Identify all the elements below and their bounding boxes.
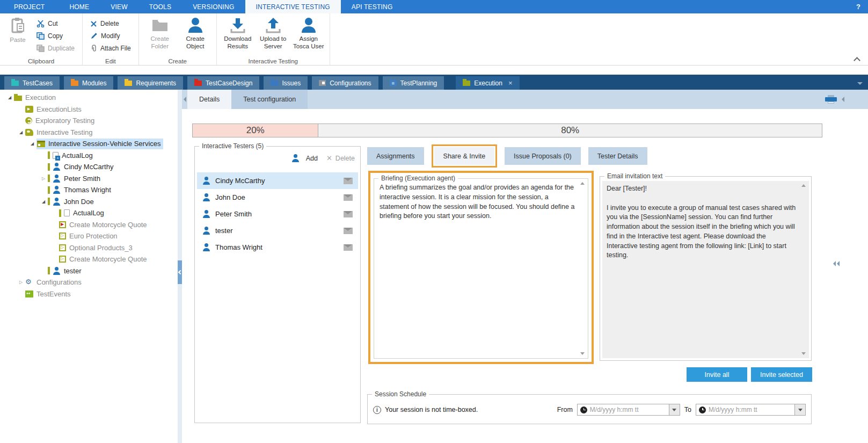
- ribbon-group-label: Create: [139, 58, 216, 64]
- expander-icon[interactable]: [17, 130, 25, 135]
- email-textarea[interactable]: Dear [Tester]! I invite you to execute a…: [602, 181, 809, 358]
- workspace-tab-requirements[interactable]: Requirements: [118, 76, 183, 90]
- splitter-grip[interactable]: [178, 260, 182, 284]
- create-object-button[interactable]: Create Object: [180, 16, 211, 56]
- tree-item-configurations[interactable]: Configurations: [0, 277, 178, 288]
- tree-item-cindy-mccarthy[interactable]: Cindy McCarthy: [0, 161, 178, 173]
- tree-item-actuallog[interactable]: ActualLog: [0, 150, 178, 162]
- workspace-tab-testcases[interactable]: TestCases: [4, 76, 60, 90]
- tab-test-configuration[interactable]: Test configuration: [231, 90, 308, 109]
- from-datetime-picker[interactable]: M/d/yyyy h:mm tt: [577, 404, 680, 416]
- tree-item-peter-smith[interactable]: Peter Smith: [0, 173, 178, 185]
- tab-issue-proposals[interactable]: Issue Proposals (0): [505, 147, 581, 165]
- workspace-tab-testplanning[interactable]: TestPlanning: [383, 76, 444, 90]
- scrollbar[interactable]: [800, 182, 808, 357]
- duplicate-button[interactable]: Duplicate: [34, 43, 77, 54]
- scrollbar[interactable]: [579, 180, 587, 357]
- delete-button[interactable]: Delete: [88, 18, 133, 29]
- menu-api-testing[interactable]: API TESTING: [341, 0, 404, 13]
- collapse-ribbon-icon[interactable]: [854, 57, 860, 62]
- dropdown-icon[interactable]: [794, 404, 805, 415]
- close-tab-icon[interactable]: ×: [508, 79, 513, 87]
- tester-row-tester[interactable]: tester: [197, 222, 358, 239]
- menu-versioning[interactable]: VERSIONING: [182, 0, 245, 13]
- person-icon: [202, 210, 210, 217]
- mail-icon[interactable]: [344, 211, 353, 217]
- tree-item-interactive-session[interactable]: Interactive Session-Vehicle Services: [0, 138, 178, 150]
- tree-item-thomas-wright[interactable]: Thomas Wright: [0, 184, 178, 196]
- tab-share-invite[interactable]: Share & Invite: [434, 147, 495, 165]
- scroll-up-icon[interactable]: [801, 184, 806, 187]
- tester-row-cindy-mccarthy[interactable]: Cindy McCarthy: [197, 172, 358, 189]
- modules-folder-icon: [71, 81, 78, 86]
- workspace-tab-testcasedesign[interactable]: TestCaseDesign: [187, 76, 259, 90]
- menu-interactive-testing[interactable]: INTERACTIVE TESTING: [245, 0, 341, 13]
- modify-button[interactable]: Modify: [88, 31, 133, 41]
- mail-icon[interactable]: [344, 178, 353, 184]
- tree-item-testevents[interactable]: TestEvents: [0, 288, 178, 300]
- mail-icon[interactable]: [344, 244, 353, 251]
- collapse-panel-icon[interactable]: [182, 90, 187, 109]
- menu-home[interactable]: HOME: [59, 0, 100, 13]
- tree-item-john-doe[interactable]: John Doe: [0, 196, 178, 208]
- dropdown-icon[interactable]: [669, 404, 680, 415]
- invite-all-button[interactable]: Invite all: [687, 367, 747, 382]
- workspace-tab-bar: TestCases Modules Requirements TestCaseD…: [0, 75, 868, 90]
- expander-icon[interactable]: [39, 199, 48, 204]
- help-icon[interactable]: ?: [849, 0, 868, 13]
- tester-row-thomas-wright[interactable]: Thomas Wright: [197, 239, 358, 256]
- expander-icon[interactable]: [5, 95, 14, 100]
- right-splitter-grip[interactable]: [833, 258, 841, 270]
- invite-selected-button[interactable]: Invite selected: [751, 367, 812, 382]
- tester-row-peter-smith[interactable]: Peter Smith: [197, 206, 358, 222]
- copy-button[interactable]: Copy: [34, 31, 77, 41]
- tab-tester-details[interactable]: Tester Details: [588, 147, 647, 165]
- download-results-button[interactable]: Download Results: [222, 16, 253, 56]
- interactive-testing-icon: [25, 129, 33, 136]
- tree-splitter[interactable]: [178, 90, 182, 443]
- tree-item-interactive-testing[interactable]: Interactive Testing: [0, 127, 178, 139]
- scroll-down-icon[interactable]: [801, 352, 806, 355]
- tree-item-executionlists[interactable]: ExecutionLists: [0, 104, 178, 115]
- tree-item-create-motorcycle-quote-2[interactable]: Create Motorcycle Quote: [0, 253, 178, 265]
- cut-button[interactable]: Cut: [34, 18, 77, 29]
- mail-icon[interactable]: [344, 228, 353, 234]
- scroll-down-icon[interactable]: [580, 352, 585, 355]
- workspace-tab-issues[interactable]: Issues: [264, 76, 308, 90]
- tree-item-exploratory-testing[interactable]: Exploratory Testing: [0, 115, 178, 127]
- tree-item-execution[interactable]: Execution: [0, 92, 178, 104]
- mail-icon[interactable]: [344, 194, 353, 201]
- group-title: Session Schedule: [372, 390, 429, 398]
- menu-view[interactable]: VIEW: [100, 0, 138, 13]
- print-icon[interactable]: [825, 95, 837, 104]
- menu-project[interactable]: PROJECT: [0, 0, 59, 13]
- add-tester-button[interactable]: Add: [291, 155, 318, 162]
- tree-item-tester[interactable]: tester: [0, 265, 178, 277]
- tree-item-optional-products[interactable]: Optional Products_3: [0, 242, 178, 254]
- assign-tosca-user-button[interactable]: Assign Tosca User: [293, 16, 324, 56]
- create-folder-button[interactable]: Create Folder: [144, 16, 176, 56]
- tab-overflow-icon[interactable]: [857, 82, 863, 85]
- paste-button[interactable]: Paste: [5, 16, 30, 56]
- scroll-up-icon[interactable]: [580, 182, 585, 185]
- workspace-tab-execution[interactable]: Execution ×: [456, 76, 519, 90]
- panel-collapse-icon[interactable]: [842, 97, 844, 102]
- workspace-tab-modules[interactable]: Modules: [64, 76, 113, 90]
- tester-row-john-doe[interactable]: John Doe: [197, 189, 358, 206]
- tree-item-euro-protection[interactable]: Euro Protection: [0, 230, 178, 242]
- upload-icon-button[interactable]: Upload to Server: [258, 16, 289, 56]
- tab-details[interactable]: Details: [187, 90, 231, 109]
- menu-tools[interactable]: TOOLS: [138, 0, 182, 13]
- tab-assignments[interactable]: Assignments: [367, 147, 424, 165]
- tree-item-create-motorcycle-quote-1[interactable]: Create Motorcycle Quote: [0, 219, 178, 231]
- status-bar-icon: [48, 267, 50, 274]
- briefing-textarea[interactable]: A briefing summarizes the goal and/or pr…: [380, 183, 575, 221]
- expander-icon[interactable]: [39, 176, 48, 181]
- workspace-tab-configurations[interactable]: Configurations: [312, 76, 378, 90]
- expander-icon[interactable]: [28, 141, 37, 146]
- tree-item-actuallog-john[interactable]: ActualLog: [0, 207, 178, 219]
- expander-icon[interactable]: [17, 280, 25, 285]
- delete-tester-button[interactable]: ✕ Delete: [326, 154, 355, 162]
- to-datetime-picker[interactable]: M/d/yyyy h:mm tt: [696, 404, 806, 416]
- attach-file-button[interactable]: Attach File: [88, 43, 133, 54]
